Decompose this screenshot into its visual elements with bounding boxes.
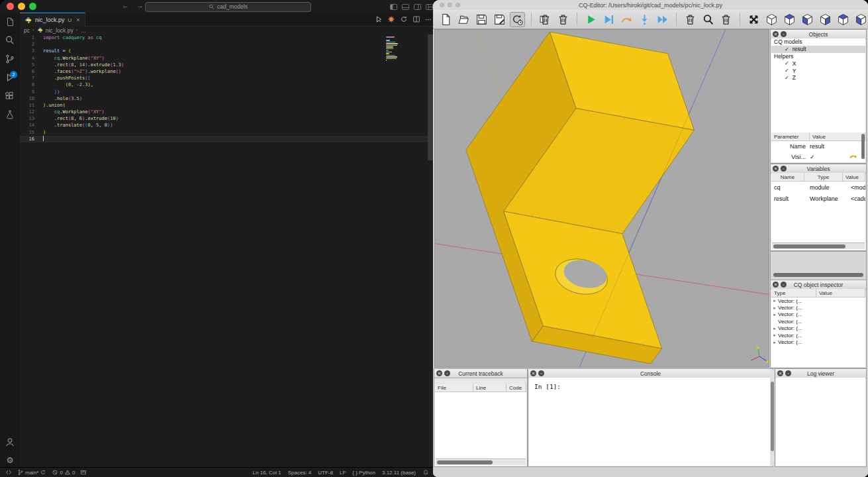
autoreload-button[interactable]: [510, 12, 525, 27]
code-line[interactable]: 5 .rect(8, 14).extrude(1.3): [20, 62, 434, 68]
inspector-row[interactable]: ▸Vector: (...: [771, 332, 865, 339]
split-editor-icon[interactable]: [412, 15, 420, 23]
breadcrumb[interactable]: pc › nic_lock.py › …: [24, 26, 86, 34]
float-panel-icon[interactable]: ▫: [444, 370, 450, 376]
3d-viewport[interactable]: [434, 29, 769, 368]
reset-icon[interactable]: [849, 153, 857, 162]
param-scrollbar[interactable]: [861, 134, 865, 159]
code-line[interactable]: 11).union(: [20, 102, 434, 109]
render-button[interactable]: [583, 12, 599, 27]
extension-star-icon[interactable]: [387, 15, 395, 23]
inspect-button[interactable]: [700, 12, 716, 27]
delete-current-button[interactable]: [718, 12, 734, 27]
traceback-hscrollbar[interactable]: [436, 458, 526, 465]
minimap[interactable]: [386, 36, 399, 63]
console-vscrollbar[interactable]: [770, 370, 774, 466]
view-back-button[interactable]: [836, 12, 851, 27]
toggle-secondary-sidebar-icon[interactable]: [413, 3, 422, 11]
view-left-button[interactable]: [853, 12, 868, 27]
param-visible-checkbox[interactable]: ✓: [810, 154, 815, 160]
save-as-button[interactable]: [492, 12, 507, 27]
close-traffic-light[interactable]: [440, 3, 444, 7]
view-front-button[interactable]: [818, 12, 833, 27]
sidebar-item-extensions[interactable]: [0, 87, 20, 105]
expander-icon[interactable]: ▸: [771, 305, 778, 311]
tree-item-y[interactable]: ✓Y: [771, 67, 865, 74]
inspector-row[interactable]: ▸Vector: (...: [771, 311, 865, 318]
inspector-row[interactable]: Vector: (...: [771, 318, 865, 325]
float-panel-icon[interactable]: ▫: [781, 31, 787, 37]
step-over-button[interactable]: [619, 12, 634, 27]
step-into-button[interactable]: [637, 12, 652, 27]
inspector-row[interactable]: ▸Vector: (...: [771, 325, 865, 332]
forward-arrow-icon[interactable]: →: [136, 1, 144, 9]
visibility-checkbox[interactable]: ✓: [785, 68, 789, 74]
expander-icon[interactable]: ▸: [771, 333, 778, 338]
variables-hscrollbar[interactable]: [772, 242, 865, 249]
close-panel-icon[interactable]: ✕: [773, 282, 779, 288]
tree-item-x[interactable]: ✓X: [771, 60, 865, 67]
visibility-checkbox[interactable]: ✓: [785, 60, 789, 66]
inspector-row[interactable]: ▸Vector: (...: [771, 339, 865, 345]
cursor-position[interactable]: Ln 16, Col 1: [253, 470, 281, 476]
expander-icon[interactable]: ▸: [771, 326, 778, 331]
maximize-traffic-light[interactable]: [456, 3, 460, 7]
problems-item[interactable]: 0 0: [52, 469, 75, 476]
sync-preview-icon[interactable]: [400, 15, 408, 23]
inspector-row[interactable]: ▸Vector: (...: [771, 304, 865, 311]
param-name-value[interactable]: result: [810, 143, 824, 150]
toggle-sidebar-icon[interactable]: [389, 3, 398, 11]
tab-close-icon[interactable]: ×: [76, 17, 79, 23]
view-bottom-button[interactable]: [800, 12, 815, 27]
code-line[interactable]: 9 ]): [20, 89, 434, 95]
float-panel-icon[interactable]: ▫: [538, 370, 544, 376]
console-prompt[interactable]: In [1]:: [529, 378, 772, 390]
float-panel-icon[interactable]: ▫: [781, 166, 787, 172]
language-mode[interactable]: { } Python: [352, 470, 375, 476]
view-iso-button[interactable]: [764, 12, 779, 27]
command-center-search[interactable]: cad_models: [145, 2, 311, 12]
code-line[interactable]: 4 cq.Workplane("XY"): [20, 55, 434, 62]
back-arrow-icon[interactable]: ←: [122, 1, 129, 9]
tree-item-result[interactable]: ✓result: [771, 46, 865, 53]
code-editor[interactable]: 1import cadquery as cq23result = (4 cq.W…: [20, 34, 434, 467]
visibility-checkbox[interactable]: ✓: [785, 46, 789, 52]
close-panel-icon[interactable]: ✕: [773, 166, 779, 172]
close-panel-icon[interactable]: ✕: [777, 370, 783, 376]
eol[interactable]: LF: [340, 470, 346, 476]
expander-icon[interactable]: ▸: [771, 340, 778, 345]
variable-row[interactable]: result Workplane <cadque: [771, 193, 865, 204]
visibility-checkbox[interactable]: ✓: [785, 75, 789, 81]
sidebar-item-explorer[interactable]: [0, 13, 20, 31]
code-line[interactable]: 7 .pushPoints([: [20, 75, 434, 81]
more-actions-icon[interactable]: ⋯: [425, 16, 432, 23]
float-panel-icon[interactable]: ▫: [781, 282, 787, 288]
float-panel-icon[interactable]: ▫: [785, 370, 791, 376]
close-panel-icon[interactable]: ✕: [436, 370, 442, 376]
accounts-icon[interactable]: [0, 433, 20, 451]
delete-all-button[interactable]: [683, 12, 698, 27]
sidebar-item-run-debug[interactable]: [0, 68, 20, 87]
bell-icon[interactable]: [422, 469, 429, 476]
code-line[interactable]: 8 (0, -2.3),: [20, 81, 434, 88]
debug-button[interactable]: [601, 12, 616, 27]
tree-group-label[interactable]: Helpers: [771, 53, 865, 60]
breadcrumb-symbol[interactable]: …: [80, 27, 86, 34]
remote-indicator-icon[interactable]: [5, 469, 12, 476]
box-icon[interactable]: [80, 469, 87, 476]
code-line[interactable]: 12 cq.Workplane("XY"): [20, 109, 434, 115]
close-panel-icon[interactable]: ✕: [773, 31, 779, 37]
minimize-traffic-light[interactable]: [448, 3, 452, 7]
tree-group-label[interactable]: CQ models: [771, 38, 865, 46]
expander-icon[interactable]: ▸: [771, 298, 778, 303]
breadcrumb-folder[interactable]: pc: [24, 27, 30, 34]
python-interpreter[interactable]: 3.12.11 (base): [382, 470, 416, 476]
code-line[interactable]: 14 .translate((0, 5, 0)): [20, 122, 434, 129]
encoding[interactable]: UTF-8: [318, 470, 333, 476]
maximize-traffic-light[interactable]: [29, 3, 36, 10]
variable-row[interactable]: cq module <module: [771, 182, 865, 193]
continue-button[interactable]: [655, 12, 670, 27]
close-traffic-light[interactable]: [7, 3, 14, 10]
view-top-button[interactable]: [782, 12, 797, 27]
fit-view-button[interactable]: [746, 12, 761, 27]
